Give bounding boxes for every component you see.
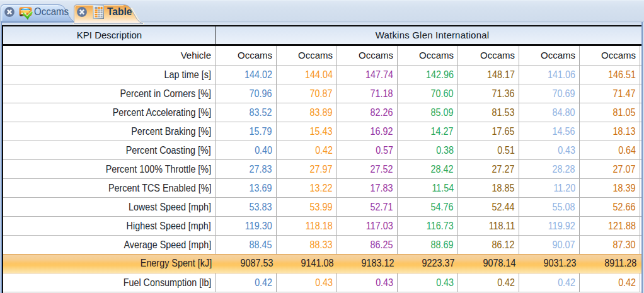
svg-text:Occams: Occams <box>34 6 69 18</box>
svg-text:Table: Table <box>107 6 132 17</box>
